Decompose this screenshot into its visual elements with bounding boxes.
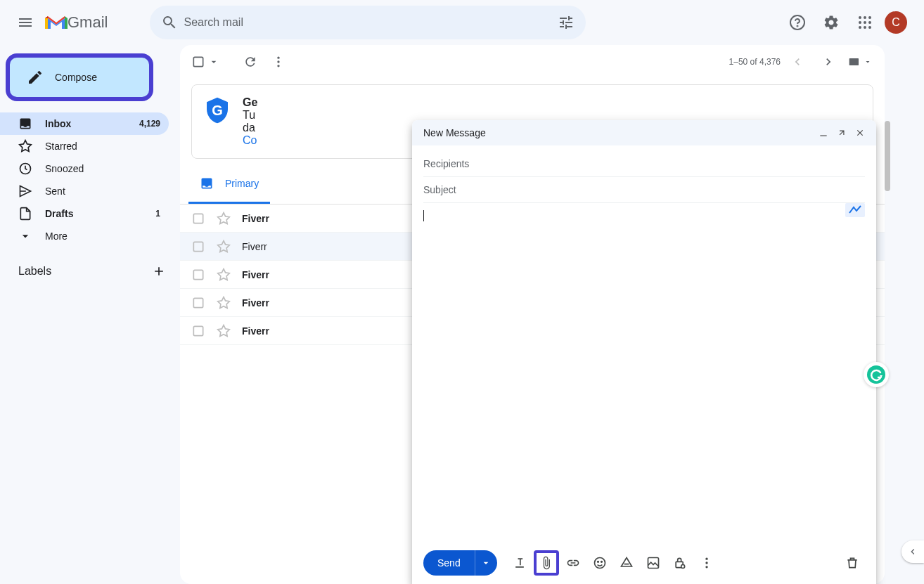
sender: Fiverr [242,241,383,252]
svg-point-10 [868,26,871,29]
compose-button[interactable]: Compose [6,53,153,101]
settings-button[interactable] [817,8,845,37]
search-icon [161,14,178,31]
inbox-icon [18,117,32,131]
search-options-button[interactable] [552,8,580,37]
send-button[interactable]: Send [423,550,475,576]
row-checkbox[interactable] [191,212,205,226]
emoji-icon [593,556,607,570]
sidebar: Compose Inbox 4,129 Starred Snoozed Sent… [0,45,180,584]
sender: Fiverr [242,297,383,309]
nav-more[interactable]: More [0,225,169,247]
sender: Fiverr [242,325,383,337]
send-icon [18,184,32,198]
keyboard-icon [847,55,864,69]
addon-icon [845,203,865,217]
nav-label: More [45,231,160,242]
svg-rect-21 [193,298,203,307]
nav-label: Sent [45,186,160,197]
row-checkbox[interactable] [191,324,205,338]
subject-field[interactable]: Subject [423,177,865,203]
older-button[interactable] [814,48,842,76]
more-button[interactable] [264,48,293,76]
nav-inbox[interactable]: Inbox 4,129 [0,112,169,135]
svg-point-32 [705,562,707,564]
input-tools-button[interactable] [845,48,873,76]
select-all[interactable] [191,55,219,69]
gmail-logo[interactable]: Gmail [45,13,108,32]
send-options-button[interactable] [475,550,497,576]
pagination-text: 1–50 of 4,376 [729,57,781,67]
link-button[interactable] [560,550,586,576]
gmail-m-icon [45,14,68,31]
addon-badge[interactable] [845,203,865,217]
row-star[interactable] [217,296,231,310]
attach-button[interactable] [534,550,559,576]
recipients-field[interactable]: Recipients [423,151,865,177]
nav-label: Drafts [45,208,155,219]
svg-point-33 [705,566,707,568]
text-format-icon [513,556,527,570]
svg-rect-19 [193,242,203,251]
row-checkbox[interactable] [191,268,205,282]
close-button[interactable] [855,128,865,138]
account-avatar[interactable]: C [885,11,907,34]
apps-button[interactable] [851,8,879,37]
nav-label: Snoozed [45,163,160,174]
search-button[interactable] [155,8,184,37]
svg-point-4 [868,16,871,19]
chevron-left-icon [790,55,804,69]
message-body[interactable] [423,203,865,536]
newer-button[interactable] [783,48,811,76]
row-star[interactable] [217,268,231,282]
shield-icon: G [203,96,231,124]
nav-snoozed[interactable]: Snoozed [0,157,169,180]
svg-point-2 [859,16,861,19]
promo-title: Ge [243,96,257,109]
fullscreen-button[interactable] [837,128,847,138]
drive-button[interactable] [614,550,639,576]
confidential-button[interactable] [667,550,693,576]
tune-icon [558,14,575,31]
row-star[interactable] [217,240,231,254]
grammarly-badge[interactable] [864,362,889,387]
add-label-button[interactable] [152,264,166,278]
dialog-title: New Message [423,127,486,138]
svg-point-6 [864,21,866,24]
nav-sent[interactable]: Sent [0,180,169,202]
dialog-header[interactable]: New Message [412,120,876,145]
paperclip-icon [539,556,553,570]
svg-point-26 [597,562,598,563]
app-name: Gmail [68,13,108,32]
refresh-button[interactable] [236,48,264,76]
file-icon [18,207,32,221]
row-star[interactable] [217,212,231,226]
more-options-button[interactable] [694,550,719,576]
grammarly-icon [866,365,886,384]
minimize-button[interactable] [819,128,828,138]
row-checkbox[interactable] [191,240,205,254]
hamburger-icon [17,14,34,31]
pencil-icon [27,69,44,86]
row-star[interactable] [217,324,231,338]
svg-rect-22 [193,326,203,335]
search-input[interactable] [184,16,552,29]
emoji-button[interactable] [587,550,612,576]
svg-text:G: G [212,103,223,118]
checkbox-icon [191,55,205,69]
promo-link[interactable]: Co [243,134,257,147]
formatting-button[interactable] [507,550,532,576]
nav-starred[interactable]: Starred [0,135,169,157]
nav-drafts[interactable]: Drafts 1 [0,202,169,225]
main-menu-button[interactable] [8,6,42,39]
image-button[interactable] [641,550,666,576]
scrollbar[interactable] [885,121,890,191]
tab-primary[interactable]: Primary [188,164,270,204]
row-checkbox[interactable] [191,296,205,310]
svg-point-1 [797,26,798,27]
support-button[interactable] [783,8,811,37]
more-vert-icon [271,55,285,69]
discard-button[interactable] [840,550,865,576]
side-panel-toggle[interactable] [901,540,924,563]
svg-point-30 [681,565,684,569]
